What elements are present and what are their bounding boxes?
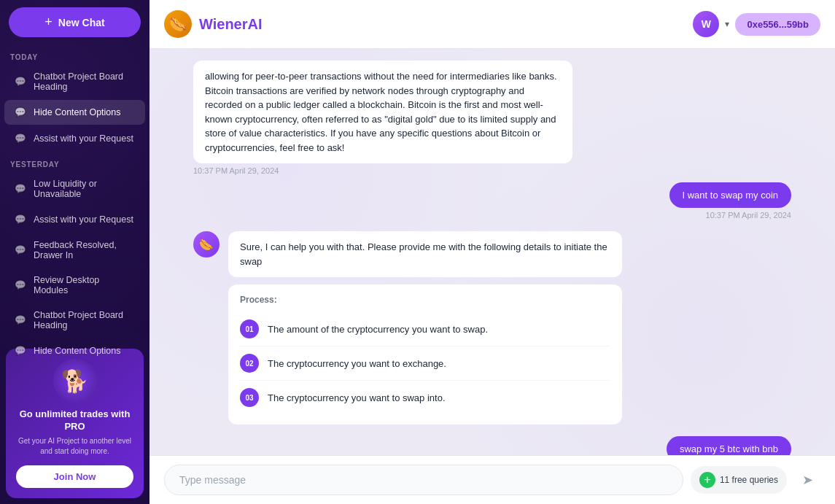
promo-dog-icon: 🐕 (53, 359, 97, 403)
sidebar-item-today-3[interactable]: 💬 Assist with your Request (4, 126, 145, 151)
process-num-2: 02 (240, 354, 259, 373)
plus-circle-icon: + (699, 472, 715, 488)
chat-area: allowing for peer-to-peer transactions w… (149, 49, 835, 455)
brand: 🌭 WienerAI (164, 10, 263, 38)
queries-label: 11 free queries (720, 475, 778, 485)
process-item-3: 03 The cryptocurrency you want to swap i… (240, 381, 610, 414)
process-step-3: The cryptocurrency you want to swap into… (268, 392, 446, 403)
user-bubble-1: I want to swap my coin (669, 182, 792, 208)
sidebar-item-label: Review Desktop Modules (34, 275, 135, 295)
sidebar-item-yesterday-1[interactable]: 💬 Low Liquidity or Unavailable (4, 172, 145, 206)
sidebar-item-label: Low Liquidity or Unavailable (34, 179, 135, 199)
chat-icon: 💬 (15, 314, 26, 326)
sidebar-item-today-2[interactable]: 💬 Hide Content Options (4, 100, 145, 125)
bot-message-1: allowing for peer-to-peer transactions w… (193, 61, 572, 163)
sidebar-item-label: Feedback Resolved, Drawer In (34, 240, 135, 260)
chat-icon: 💬 (15, 183, 26, 195)
sidebar-item-yesterday-6[interactable]: 💬 Hide Content Options (4, 338, 145, 363)
brand-name: WienerAI (199, 16, 263, 33)
chat-icon: 💬 (15, 76, 26, 88)
bot-bubble-2: Sure, I can help you with that. Please p… (228, 231, 622, 277)
send-button[interactable]: ➤ (794, 467, 820, 493)
sidebar-item-label: Assist with your Request (34, 133, 133, 144)
sidebar-item-yesterday-2[interactable]: 💬 Assist with your Request (4, 207, 145, 232)
chat-icon: 💬 (15, 106, 26, 118)
brand-logo: 🌭 (164, 10, 192, 38)
user-message-1-text: I want to swap my coin (683, 190, 779, 201)
main-content: 🌭 WienerAI W ▾ 0xe556...59bb allowing fo… (149, 0, 835, 504)
main-header: 🌭 WienerAI W ▾ 0xe556...59bb (149, 0, 835, 49)
user-avatar: W (693, 11, 719, 37)
brand-emoji: 🌭 (169, 15, 187, 33)
join-now-button[interactable]: Join Now (16, 465, 133, 488)
process-item-1: 01 The amount of the cryptocurrency you … (240, 312, 610, 346)
sidebar-item-label: Hide Content Options (34, 346, 121, 356)
promo-box: 🐕 Go unlimited trades with PRO Get your … (6, 349, 144, 498)
bot-message-2-text: Sure, I can help you with that. Please p… (240, 241, 607, 267)
sidebar-item-label: Chatbot Project Board Heading (34, 310, 135, 330)
process-card: Process: 01 The amount of the cryptocurr… (228, 284, 622, 424)
new-chat-button[interactable]: + New Chat (9, 7, 141, 37)
wallet-address-button[interactable]: 0xe556...59bb (735, 13, 820, 36)
user-bubble-2: swap my 5 btc with bnb (667, 436, 791, 455)
input-area: + 11 free queries ➤ (149, 455, 835, 504)
bot-message-1-text: allowing for peer-to-peer transactions w… (205, 71, 557, 153)
sidebar-item-yesterday-4[interactable]: 💬 Review Desktop Modules (4, 268, 145, 302)
sidebar-item-label: Assist with your Request (34, 214, 133, 225)
dog-emoji: 🐕 (61, 368, 88, 394)
message-input[interactable] (164, 465, 683, 495)
bot-avatar-2: 🌭 (193, 231, 220, 257)
promo-description: Get your AI Project to another level and… (16, 436, 133, 457)
chat-icon: 💬 (15, 133, 26, 144)
send-icon: ➤ (802, 472, 813, 488)
chat-icon: 💬 (15, 244, 26, 256)
header-right: W ▾ 0xe556...59bb (693, 11, 820, 37)
chat-icon: 💬 (15, 345, 26, 357)
bot-message-2-content: Sure, I can help you with that. Please p… (228, 231, 622, 424)
brand-name-part1: Wiener (199, 16, 248, 32)
plus-icon: + (44, 15, 53, 30)
new-chat-label: New Chat (58, 17, 105, 28)
process-item-2: 02 The cryptocurrency you want to exchan… (240, 346, 610, 381)
sidebar-item-today-1[interactable]: 💬 Chatbot Project Board Heading (4, 65, 145, 98)
sidebar-item-yesterday-3[interactable]: 💬 Feedback Resolved, Drawer In (4, 233, 145, 267)
bot-timestamp-1: 10:37 PM April 29, 2024 (193, 166, 791, 175)
process-label: Process: (240, 295, 610, 305)
yesterday-section-label: YESTERDAY (0, 152, 149, 171)
sidebar-item-label: Chatbot Project Board Heading (34, 71, 135, 92)
queries-badge: + 11 free queries (691, 466, 787, 494)
sidebar-item-label: Hide Content Options (34, 107, 121, 117)
brand-name-part2: AI (248, 16, 263, 32)
process-step-2: The cryptocurrency you want to exchange. (268, 358, 446, 369)
chat-icon: 💬 (15, 214, 26, 225)
bot-message-row-2: 🌭 Sure, I can help you with that. Please… (193, 231, 791, 424)
user-message-2-text: swap my 5 btc with bnb (680, 443, 778, 454)
sidebar-header: + New Chat (0, 0, 149, 44)
process-num-3: 03 (240, 388, 259, 407)
promo-title: Go unlimited trades with PRO (16, 408, 133, 433)
sidebar-item-yesterday-5[interactable]: 💬 Chatbot Project Board Heading (4, 303, 145, 337)
user-timestamp-1: 10:37 PM April 29, 2024 (193, 211, 791, 220)
user-message-row-2: swap my 5 btc with bnb (193, 436, 791, 455)
chevron-down-icon[interactable]: ▾ (725, 19, 729, 29)
user-message-row-1: I want to swap my coin (193, 182, 791, 208)
process-step-1: The amount of the cryptocurrency you wan… (268, 324, 488, 335)
chat-icon: 💬 (15, 279, 26, 291)
sidebar: + New Chat TODAY 💬 Chatbot Project Board… (0, 0, 149, 504)
process-num-1: 01 (240, 319, 259, 338)
today-section-label: TODAY (0, 44, 149, 64)
